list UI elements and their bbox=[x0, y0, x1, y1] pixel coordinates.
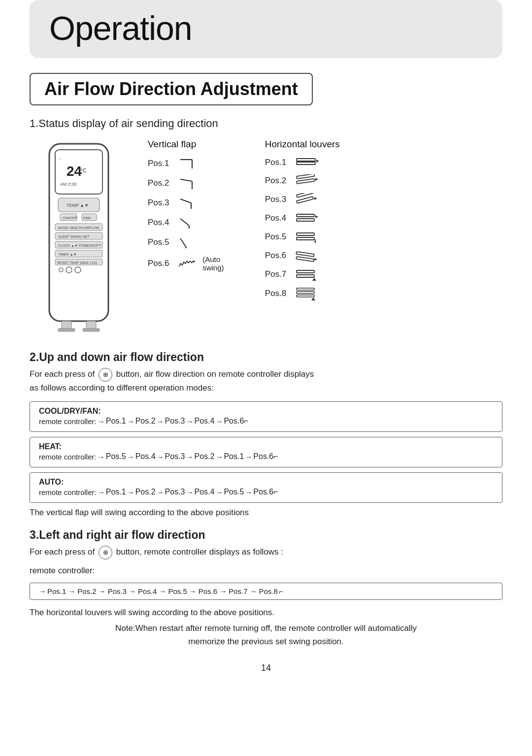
vertical-flap-pos2-icon bbox=[178, 176, 198, 190]
heat-arrow4: → bbox=[215, 453, 223, 461]
auto-pos4: Pos.4 bbox=[194, 488, 214, 496]
subsection1-title: 1.Status display of air sending directio… bbox=[30, 117, 502, 130]
svg-text:RESET TEMP  SAVE  LOG: RESET TEMP SAVE LOG bbox=[57, 261, 97, 264]
heat-arrow3: → bbox=[186, 453, 193, 461]
vertical-pos1-row: Pos.1 bbox=[148, 157, 235, 170]
svg-rect-28 bbox=[83, 329, 100, 331]
horiz-pos4: Pos.4 bbox=[138, 587, 157, 595]
footer-note: Note:When restart after remote turning o… bbox=[30, 622, 502, 648]
horiz-pos7-label: Pos.7 bbox=[265, 269, 289, 279]
cool-arrow2: → bbox=[157, 417, 164, 426]
svg-text:FAN: FAN bbox=[83, 216, 91, 220]
svg-text:○: ○ bbox=[58, 156, 61, 162]
section3-title: 3.Left and right air flow direction bbox=[30, 528, 502, 542]
horiz-arrow7: → bbox=[250, 587, 257, 595]
auto-pos6: Pos.6 bbox=[253, 488, 273, 496]
heat-arrow5: → bbox=[245, 453, 252, 461]
cool-arrow4: → bbox=[215, 417, 223, 426]
horiz-arrow6: → bbox=[219, 587, 227, 595]
section2-title: 2.Up and down air flow direction bbox=[30, 351, 502, 364]
svg-rect-47 bbox=[297, 197, 313, 203]
remote-img-area: 24 °C ○ AM 2:00 TEMP ▲▼ ON/OFF FAN MODE … bbox=[30, 139, 128, 336]
cool-pos3: Pos.3 bbox=[165, 417, 185, 426]
svg-rect-62 bbox=[297, 288, 314, 290]
heat-pos3: Pos.3 bbox=[165, 452, 185, 461]
auto-pos5: Pos.5 bbox=[224, 488, 244, 496]
svg-text:CLOCK   ▲▼   POWERSOFT: CLOCK ▲▼ POWERSOFT bbox=[58, 244, 101, 247]
heat-remote-label: remote controller: bbox=[39, 453, 97, 461]
vertical-pos6-note: (Auto swing) bbox=[202, 255, 235, 272]
heat-arrow0: → bbox=[98, 453, 105, 461]
horiz-pos4-label: Pos.4 bbox=[265, 213, 289, 223]
horiz-note: The horizontal louvers will swing accord… bbox=[30, 608, 502, 618]
horiz-pos3-icon bbox=[296, 193, 319, 206]
cool-arrow0: → bbox=[98, 417, 105, 426]
svg-marker-55 bbox=[314, 241, 316, 243]
horiz-pos2: Pos.2 bbox=[77, 587, 96, 595]
section-heading: Air Flow Direction Adjustment bbox=[30, 73, 313, 105]
heat-pos5: Pos.5 bbox=[106, 452, 126, 461]
horiz-pos8-row: Pos.8 bbox=[265, 287, 353, 300]
heat-pos1: Pos.1 bbox=[224, 452, 244, 461]
vertical-flap-pos1-icon bbox=[178, 157, 198, 170]
auto-pos2: Pos.2 bbox=[135, 488, 156, 496]
horiz-flow-table: → Pos.1 → Pos.2 → Pos.3 → Pos.4 → Pos.5 … bbox=[30, 583, 502, 600]
vertical-pos6-row: Pos.6 (Auto swing) bbox=[148, 255, 235, 272]
vertical-pos2-row: Pos.2 bbox=[148, 176, 235, 190]
horiz-pos7-row: Pos.7 bbox=[265, 268, 353, 281]
horiz-end-bracket: ⌐ bbox=[279, 587, 283, 595]
header-section: Operation bbox=[30, 0, 502, 58]
cool-arrow1: → bbox=[127, 417, 134, 426]
svg-line-37 bbox=[180, 238, 186, 247]
horiz-pos6: Pos.6 bbox=[199, 587, 217, 595]
svg-line-35 bbox=[180, 219, 189, 226]
horiz-pos2-row: Pos.2 bbox=[265, 174, 353, 187]
heat-pos2: Pos.2 bbox=[194, 452, 214, 461]
vertical-pos3-row: Pos.3 bbox=[148, 196, 235, 210]
heat-pos6: Pos.6 bbox=[253, 452, 273, 461]
horiz-arrow4: → bbox=[159, 587, 166, 595]
horiz-pos2-label: Pos.2 bbox=[265, 176, 289, 186]
horiz-pos1: Pos.1 bbox=[47, 587, 66, 595]
svg-text:TIMER    ▲▼: TIMER ▲▼ bbox=[58, 253, 77, 256]
cool-dry-fan-mode-row: COOL/DRY/FAN: bbox=[39, 407, 493, 416]
auto-mode-row: AUTO: bbox=[39, 478, 493, 487]
svg-marker-65 bbox=[311, 297, 315, 300]
svg-text:AM 2:00: AM 2:00 bbox=[60, 182, 77, 187]
svg-rect-52 bbox=[297, 233, 314, 235]
page-title: Operation bbox=[49, 9, 483, 47]
flap-columns: Vertical flap Pos.1 Pos.2 bbox=[148, 139, 352, 336]
svg-rect-56 bbox=[296, 252, 314, 257]
vertical-flap-title: Vertical flap bbox=[148, 139, 235, 150]
remote-controller-svg: 24 °C ○ AM 2:00 TEMP ▲▼ ON/OFF FAN MODE … bbox=[39, 139, 118, 336]
svg-marker-48 bbox=[314, 197, 317, 200]
svg-rect-40 bbox=[297, 159, 315, 161]
horiz-pos5-row: Pos.5 bbox=[265, 230, 353, 243]
airflow-button-icon: ⊕ bbox=[99, 368, 112, 382]
horiz-pos4-row: Pos.4 bbox=[265, 212, 353, 225]
svg-rect-60 bbox=[297, 275, 314, 277]
content-area: 24 °C ○ AM 2:00 TEMP ▲▼ ON/OFF FAN MODE … bbox=[30, 139, 502, 336]
heat-end-bracket: ⌐ bbox=[273, 452, 278, 461]
svg-rect-64 bbox=[297, 295, 314, 297]
cool-end-bracket: ⌐ bbox=[244, 417, 248, 426]
horiz-pos6-label: Pos.6 bbox=[265, 251, 289, 261]
svg-text:SLEEP    SWING  SET: SLEEP SWING SET bbox=[58, 235, 90, 238]
vertical-pos6-label: Pos.6 bbox=[148, 259, 171, 268]
vertical-flap-pos6-icon bbox=[178, 257, 196, 270]
auto-remote-label: remote controller: bbox=[39, 488, 97, 496]
cool-pos6: Pos.6 bbox=[224, 417, 244, 426]
svg-marker-61 bbox=[312, 278, 316, 281]
auto-arrow2: → bbox=[157, 488, 164, 496]
horiz-pos5-icon bbox=[296, 230, 319, 243]
auto-arrow0: → bbox=[98, 488, 105, 496]
vertical-pos4-label: Pos.4 bbox=[148, 218, 171, 228]
horiz-pos4-icon bbox=[296, 212, 319, 225]
svg-text:ON/OFF: ON/OFF bbox=[63, 216, 77, 220]
auto-mode-label: AUTO: bbox=[39, 478, 98, 487]
heat-mode-label: HEAT: bbox=[39, 442, 98, 451]
horizontal-louvers-title: Horizontal louvers bbox=[265, 139, 353, 150]
auto-arrow5: → bbox=[245, 488, 252, 496]
auto-table: AUTO: remote controller: → Pos.1 → Pos.2… bbox=[30, 472, 502, 503]
horiz-pos3-label: Pos.3 bbox=[265, 195, 289, 204]
